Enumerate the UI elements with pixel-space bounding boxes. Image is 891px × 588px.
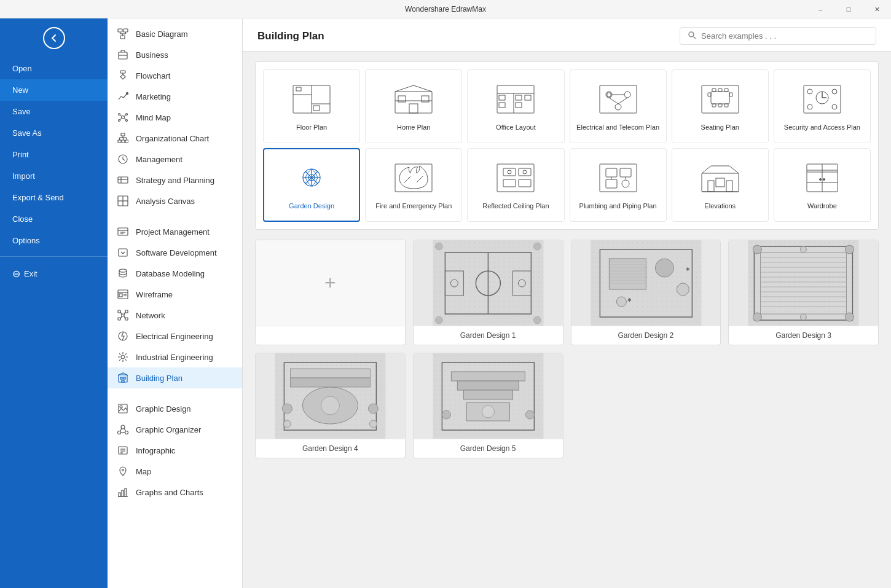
svg-rect-63 [122,380,124,382]
svg-point-81 [689,32,694,37]
category-item-building[interactable]: Building Plan [108,367,242,388]
sidebar-item-save[interactable]: Save [0,101,108,122]
category-item-software[interactable]: Software Development [108,242,242,263]
template-card-home-plan[interactable]: Home Plan [365,69,462,143]
category-item-marketing[interactable]: Marketing [108,86,242,107]
example-card-garden5[interactable]: Garden Design 5 [413,353,563,458]
template-card-garden-design[interactable]: Garden Design [263,148,360,222]
sidebar-item-export[interactable]: Export & Send [0,187,108,208]
svg-line-107 [609,98,618,104]
category-item-electrical[interactable]: Electrical Engineering [108,326,242,347]
svg-rect-115 [708,93,711,96]
plumbing-label: Plumbing and Piping Plan [579,202,657,210]
sidebar-item-new[interactable]: New [0,79,108,101]
example-card-garden4[interactable]: Garden Design 4 [255,353,406,458]
close-button[interactable]: ✕ [863,0,891,18]
back-button-container [0,18,108,58]
sidebar-item-close[interactable]: Close [0,208,108,230]
elevations-icon-area [696,160,745,197]
svg-rect-143 [606,168,617,177]
svg-rect-52 [118,318,120,320]
svg-rect-97 [499,95,505,100]
svg-rect-222 [290,378,370,387]
category-item-orgchart[interactable]: Organizational Chart [108,128,242,149]
svg-point-16 [119,120,120,122]
security-access-label: Security and Access Plan [784,123,860,131]
category-item-organizer[interactable]: Graphic Organizer [108,419,242,440]
category-item-network[interactable]: Network [108,305,242,326]
strategy-icon [117,174,128,186]
svg-rect-1 [124,29,128,32]
template-card-elevations[interactable]: Elevations [672,148,769,222]
example-card-garden3[interactable]: Garden Design 3 [728,240,879,345]
template-card-floor-plan[interactable]: Floor Plan [263,69,360,143]
maximize-button[interactable]: □ [834,0,863,18]
category-item-strategy[interactable]: Strategy and Planning [108,170,242,190]
template-card-security-access[interactable]: Security and Access Plan [774,69,871,143]
category-item-analysis[interactable]: Analysis Canvas [108,190,242,211]
new-card-title [256,326,405,336]
category-item-graphs[interactable]: Graphs and Charts [108,482,242,503]
svg-rect-90 [409,104,418,113]
fire-emergency-label: Fire and Emergency Plan [375,202,452,210]
graphic-icon [117,403,128,414]
svg-rect-60 [119,375,127,382]
sidebar-item-exit[interactable]: ⊖ Exit [0,262,108,286]
svg-rect-132 [395,164,432,192]
category-item-industrial[interactable]: Industrial Engineering [108,347,242,367]
template-card-seating-plan[interactable]: Seating Plan [672,69,769,143]
example-card-garden2[interactable]: ✱ ✱ Garden Design 2 [571,240,721,345]
template-card-reflected-ceiling[interactable]: Reflected Ceiling Plan [467,148,564,222]
back-button[interactable] [43,27,65,49]
sidebar-item-options[interactable]: Options [0,230,108,251]
category-item-database[interactable]: Database Modeling [108,263,242,284]
category-item-infographic[interactable]: Infographic [108,440,242,461]
category-item-wireframe[interactable]: Wireframe [108,284,242,305]
template-card-plumbing[interactable]: Plumbing and Piping Plan [570,148,667,222]
sidebar-item-save-as[interactable]: Save As [0,122,108,144]
exit-icon: ⊖ [12,268,20,280]
svg-point-14 [119,114,120,116]
template-card-office-layout[interactable]: Office Layout [467,69,564,143]
garden3-title: Garden Design 3 [729,326,878,345]
svg-point-15 [126,114,128,116]
svg-point-148 [622,180,629,187]
svg-rect-138 [503,179,516,187]
category-item-graphic[interactable]: Graphic Design [108,398,242,419]
category-item-management[interactable]: Management [108,149,242,170]
software-icon [117,247,128,258]
category-item-mindmap[interactable]: Mind Map [108,107,242,128]
search-input[interactable] [701,31,868,41]
svg-point-68 [125,431,128,434]
minimize-button[interactable]: – [806,0,834,18]
svg-point-215 [801,246,807,253]
svg-point-224 [321,396,339,415]
svg-point-123 [832,89,837,94]
svg-rect-117 [712,104,716,107]
sidebar-item-open[interactable]: Open [0,58,108,79]
svg-line-18 [120,116,122,117]
plus-icon: + [324,272,336,294]
svg-rect-233 [451,372,525,381]
category-item-map[interactable]: Map [108,461,242,482]
category-item-basic[interactable]: Basic Diagram [108,23,242,44]
sidebar-item-print[interactable]: Print [0,144,108,165]
category-item-business[interactable]: Business [108,44,242,65]
svg-line-30 [127,138,127,140]
map-icon [117,466,128,477]
reflected-ceiling-icon-area [491,160,540,197]
sidebar-divider [0,256,108,257]
sidebar-item-import[interactable]: Import [0,165,108,187]
example-card-new[interactable]: + [255,240,406,345]
template-card-electrical-telecom[interactable]: Electrical and Telecom Plan [570,69,667,143]
category-item-flowchart[interactable]: Flowchart [108,65,242,86]
wardrobe-icon-area [798,160,847,197]
flowchart-icon [117,70,128,81]
home-plan-label: Home Plan [397,123,430,131]
template-card-fire-emergency[interactable]: Fire and Emergency Plan [365,148,462,222]
category-item-project[interactable]: Project Management [108,221,242,242]
example-card-garden1[interactable]: Garden Design 1 [413,240,563,345]
infographic-icon [117,445,128,456]
template-card-wardrobe[interactable]: Wardrobe [774,148,871,222]
svg-text:✱: ✱ [686,267,690,272]
